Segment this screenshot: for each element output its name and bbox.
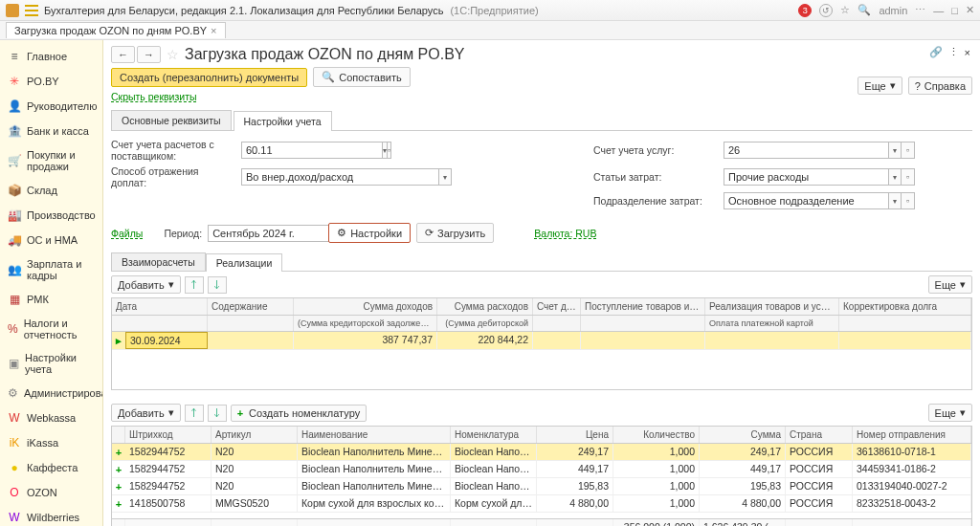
- sidebar-item[interactable]: 🏦Банк и касса: [0, 119, 102, 143]
- fld-dept[interactable]: ▾▫: [724, 192, 915, 209]
- fld-acct-supplier[interactable]: ▾▫: [241, 142, 299, 159]
- tab-ozon-load[interactable]: Загрузка продаж OZON по дням PO.BY ×: [6, 22, 226, 38]
- expand-icon[interactable]: +: [112, 478, 125, 494]
- fld-acct-services[interactable]: ▾▫: [724, 142, 915, 159]
- more-button[interactable]: Еще ▾: [858, 77, 902, 95]
- nav-back-button[interactable]: ←: [111, 46, 135, 63]
- nav-fwd-button[interactable]: →: [137, 46, 161, 63]
- user-label[interactable]: admin: [879, 5, 907, 16]
- sidebar-item[interactable]: iKiKassa: [0, 430, 102, 455]
- item-row[interactable]: +1582944752N20Bioclean Наполнитель Минер…: [112, 444, 971, 461]
- settings-button[interactable]: ⚙ Настройки: [328, 223, 411, 243]
- expand-icon[interactable]: +: [112, 461, 125, 477]
- nav-icon: ●: [8, 461, 21, 474]
- nav-icon: ▣: [8, 357, 19, 370]
- nav-label: iKassa: [27, 437, 58, 449]
- overflow-icon[interactable]: ⋯: [915, 4, 925, 16]
- menu-icon[interactable]: [25, 5, 38, 16]
- nav-label: Зарплата и кадры: [27, 258, 95, 281]
- nav-icon: ⚙: [8, 386, 18, 400]
- sidebar-item[interactable]: 👥Зарплата и кадры: [0, 252, 102, 287]
- nav-icon: ▦: [8, 293, 21, 306]
- sidebar-item[interactable]: 🚚ОС и НМА: [0, 228, 102, 252]
- sidebar-item[interactable]: ▣Настройки учета: [0, 346, 102, 381]
- nav-label: Webkassa: [27, 412, 76, 424]
- star-icon[interactable]: ☆: [840, 4, 850, 16]
- sidebar: ≡Главное✳PO.BY👤Руководителю🏦Банк и касса…: [0, 40, 103, 526]
- nav-icon: 🏦: [8, 124, 21, 138]
- move-up-button-2[interactable]: 🡑: [185, 405, 204, 422]
- more-button-1[interactable]: Еще ▾: [928, 275, 972, 294]
- sidebar-item[interactable]: 👤Руководителю: [0, 94, 102, 119]
- nav-label: Склад: [27, 185, 57, 196]
- sidebar-item[interactable]: ●Каффеста: [0, 455, 102, 480]
- create-nomenclature-button[interactable]: +Создать номенклатуру: [231, 405, 368, 422]
- sidebar-item[interactable]: WWildberries: [0, 505, 102, 526]
- nav-label: PO.BY: [27, 76, 59, 87]
- hide-requisites-link[interactable]: Скрыть реквизиты: [111, 91, 197, 102]
- minimize-icon[interactable]: —: [933, 5, 944, 16]
- titlebar-actions: 3 ↺ ☆ 🔍 admin ⋯ — □ ✕: [798, 4, 974, 17]
- sidebar-item[interactable]: ⚙Администрирование: [0, 381, 102, 405]
- lbl-method: Способ отражения доплат:: [111, 165, 235, 188]
- tab-close-icon[interactable]: ×: [211, 25, 216, 36]
- sidebar-item[interactable]: ≡Главное: [0, 44, 102, 69]
- favorite-icon[interactable]: ☆: [167, 47, 179, 62]
- currency-link[interactable]: Валюта: RUB: [534, 228, 596, 239]
- notif-badge[interactable]: 3: [798, 4, 812, 17]
- compare-button[interactable]: 🔍 Сопоставить: [313, 67, 410, 87]
- tab-main-req[interactable]: Основные реквизиты: [111, 110, 232, 130]
- sidebar-item[interactable]: ▦РМК: [0, 287, 102, 312]
- history-icon[interactable]: ↺: [819, 4, 833, 17]
- subtab-settlements[interactable]: Взаиморасчеты: [111, 252, 206, 271]
- lbl-cost: Статьи затрат:: [593, 171, 718, 183]
- move-down-button-2[interactable]: 🡓: [208, 405, 227, 422]
- nav-label: Руководителю: [27, 100, 97, 112]
- add-row-button-2[interactable]: Добавить ▾: [111, 404, 181, 422]
- help-button[interactable]: ? Справка: [908, 77, 972, 95]
- sidebar-item[interactable]: OOZON: [0, 480, 102, 505]
- item-row[interactable]: +1582944752N20Bioclean Наполнитель Минер…: [112, 478, 971, 495]
- lbl-dept: Подразделение затрат:: [593, 195, 718, 207]
- fld-period[interactable]: …: [208, 225, 323, 242]
- settings-tabstrip: Основные реквизиты Настройки учета: [111, 110, 972, 131]
- load-button[interactable]: ⟳ Загрузить: [416, 223, 494, 243]
- search-icon[interactable]: 🔍: [858, 4, 871, 16]
- sidebar-item[interactable]: WWebkassa: [0, 405, 102, 430]
- item-row[interactable]: +1582944752N20Bioclean Наполнитель Минер…: [112, 461, 971, 478]
- more-button-2[interactable]: Еще ▾: [928, 404, 972, 422]
- close-page-icon[interactable]: ×: [965, 47, 970, 58]
- more-icon[interactable]: ⋮: [948, 46, 959, 58]
- tab-acct-settings[interactable]: Настройки учета: [234, 111, 332, 131]
- nav-label: Покупки и продажи: [27, 149, 95, 172]
- link-icon[interactable]: 🔗: [929, 46, 943, 58]
- items-table: Штрихкод Артикул Наименование Номенклату…: [111, 426, 972, 526]
- create-refill-button[interactable]: Создать (перезаполнить) документы: [111, 68, 307, 87]
- summary-row[interactable]: ▸ 30.09.2024 387 747,37 220 844,22: [112, 332, 971, 350]
- move-up-button[interactable]: 🡑: [185, 276, 204, 294]
- sidebar-item[interactable]: 🏭Производство: [0, 203, 102, 228]
- expand-icon[interactable]: +: [112, 495, 125, 512]
- expand-icon[interactable]: +: [112, 444, 125, 460]
- sidebar-item[interactable]: %Налоги и отчетность: [0, 312, 102, 346]
- add-row-button[interactable]: Добавить ▾: [111, 275, 181, 294]
- item-row[interactable]: +1418500758MMGS0520Корм сухой для взросл…: [112, 495, 971, 513]
- lbl-acct-supplier: Счет учета расчетов с поставщиком:: [111, 139, 235, 162]
- sidebar-item[interactable]: 🛒Покупки и продажи: [0, 143, 102, 178]
- fld-cost[interactable]: ▾▫: [724, 168, 915, 186]
- nav-icon: 🏭: [8, 208, 21, 222]
- move-down-button[interactable]: 🡓: [208, 276, 227, 294]
- subtab-realizations[interactable]: Реализации: [206, 253, 283, 272]
- titlebar: Бухгалтерия для Беларуси, редакция 2.1. …: [0, 0, 980, 21]
- fld-method[interactable]: ▾: [241, 168, 452, 186]
- files-link[interactable]: Файлы: [111, 228, 143, 239]
- sidebar-item[interactable]: 📦Склад: [0, 178, 102, 203]
- nav-icon: O: [8, 486, 21, 499]
- expand-icon[interactable]: ▸: [112, 332, 125, 349]
- nav-icon: ≡: [8, 50, 21, 63]
- nav-label: РМК: [27, 294, 49, 305]
- app-logo: [6, 4, 19, 17]
- sidebar-item[interactable]: ✳PO.BY: [0, 69, 102, 94]
- maximize-icon[interactable]: □: [951, 5, 958, 16]
- close-icon[interactable]: ✕: [966, 4, 974, 16]
